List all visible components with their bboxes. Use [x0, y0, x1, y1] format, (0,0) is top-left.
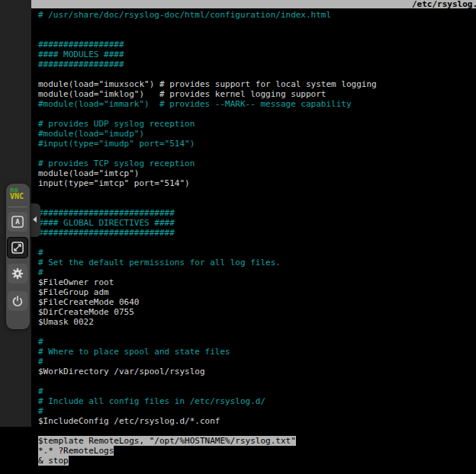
terminal-line: $FileCreateMode 0640: [38, 297, 476, 307]
terminal-line: # provides UDP syslog reception: [38, 119, 476, 129]
terminal-line: #: [38, 248, 476, 258]
control-bar-handle[interactable]: [30, 203, 40, 237]
terminal-line: $DirCreateMode 0755: [38, 307, 476, 317]
terminal-line: module(load="imtcp"): [38, 168, 476, 178]
toolbar-divider: [8, 207, 27, 207]
terminal-line: $WorkDirectory /var/spool/rsyslog: [38, 367, 476, 376]
terminal-line: [38, 188, 476, 198]
terminal-line: #input(type="imudp" port="514"): [38, 139, 476, 149]
terminal-line: [38, 238, 476, 248]
terminal-line: #: [38, 386, 476, 396]
gear-icon: [10, 266, 25, 281]
terminal-line: ###########################: [38, 228, 476, 238]
power-button[interactable]: [8, 291, 27, 311]
terminal-line: #: [38, 406, 476, 416]
terminal-line: $IncludeConfig /etc/rsyslog.d/*.conf: [38, 416, 476, 426]
terminal-line: module(load="imklog") # provides kernel …: [38, 89, 476, 99]
terminal-line: $FileOwner root: [38, 277, 476, 287]
novnc-logo-vnc: VNC: [10, 193, 24, 200]
terminal-line: # provides TCP syslog reception: [38, 159, 476, 168]
terminal-line: [38, 69, 476, 79]
terminal-line: # Set the default permissions for all lo…: [38, 258, 476, 267]
terminal-line: input(type="imtcp" port="514"): [38, 178, 476, 188]
terminal-line: $template RemoteLogs, "/opt/%HOSTNAME%/r…: [38, 436, 476, 446]
fullscreen-button[interactable]: [7, 237, 28, 258]
terminal-line: # /usr/share/doc/rsyslog-doc/html/config…: [38, 10, 476, 20]
selected-text: $template RemoteLogs, "/opt/%HOSTNAME%/r…: [38, 436, 296, 446]
terminal-line: [38, 198, 476, 208]
novnc-logo: no VNC: [10, 187, 24, 200]
terminal-line: $Umask 0022: [38, 317, 476, 327]
terminal-line: & stop: [38, 456, 476, 466]
extra-keys-button[interactable]: A: [8, 212, 27, 232]
terminal-line: [38, 149, 476, 159]
terminal-line: module(load="imuxsock") # provides suppo…: [38, 79, 476, 89]
power-icon: [10, 293, 25, 309]
nano-titlebar: GNU nano 7.2 /etc/rsyslog.: [31, 0, 476, 8]
terminal-line: $FileGroup adm: [38, 287, 476, 297]
terminal-line: [38, 109, 476, 119]
terminal-line: # Where to place spool and state files: [38, 347, 476, 357]
terminal-line: #: [38, 357, 476, 367]
terminal-line: #################: [38, 40, 476, 50]
terminal-line: [38, 30, 476, 40]
keyboard-a-icon: A: [10, 214, 25, 229]
terminal-line: # Include all config files in /etc/rsysl…: [38, 396, 476, 406]
terminal-line: #: [38, 267, 476, 277]
terminal-line: #### GLOBAL DIRECTIVES ####: [38, 218, 476, 228]
terminal-line: #################: [38, 59, 476, 69]
terminal-line: #### MODULES ####: [38, 50, 476, 59]
nano-filename: /etc/rsyslog.: [412, 0, 476, 8]
terminal-line: [38, 20, 476, 30]
terminal-line: ###########################: [38, 208, 476, 218]
terminal-line: #: [38, 337, 476, 347]
terminal-line: *.* ?RemoteLogs: [38, 446, 476, 456]
terminal-window[interactable]: GNU nano 7.2 /etc/rsyslog. # /usr/share/…: [31, 0, 476, 474]
selected-text: & stop: [38, 456, 69, 466]
settings-button[interactable]: [8, 264, 27, 283]
terminal-line: #module(load="imudp"): [38, 129, 476, 139]
collapse-left-icon: [33, 216, 37, 223]
terminal-lines: # /usr/share/doc/rsyslog-doc/html/config…: [38, 10, 476, 466]
terminal-line: [38, 327, 476, 337]
terminal-line: [38, 376, 476, 386]
terminal-line: #module(load="immark") # provides --MARK…: [38, 99, 476, 109]
novnc-control-bar: no VNC A: [6, 184, 30, 329]
selected-text: *.* ?RemoteLogs: [38, 446, 114, 456]
fullscreen-icon: [10, 240, 25, 255]
svg-text:A: A: [15, 217, 20, 226]
terminal-line: [38, 426, 476, 436]
